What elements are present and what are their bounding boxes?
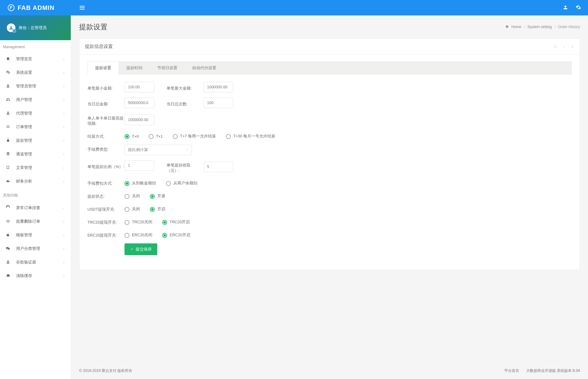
day-total-input[interactable] [125,98,154,108]
radio-label: 从商户余额扣 [173,181,197,186]
home-icon [6,57,11,62]
nav-heading: 其他功能 [0,188,71,201]
sidebar-item-users[interactable]: 用户管理 [0,93,71,107]
nav-label: 用户分类管理 [16,246,57,251]
radio-icon [150,194,155,199]
chart-icon [6,179,11,184]
erc20-option-1[interactable]: ERC20开启 [162,233,190,238]
max-amount-input[interactable] [204,82,233,92]
sidebar-item-lock[interactable]: 提款管理 [0,134,71,147]
min-amount-input[interactable] [125,82,154,92]
chevron-right-icon [63,111,65,116]
radio-label: TRC20关闭 [132,220,152,225]
chevron-right-icon [63,166,65,170]
trc20-option-0[interactable]: TRC20关闭 [125,220,152,225]
sidebar-item-wechat[interactable]: 用户分类管理 [0,242,71,255]
sidebar-item-book[interactable]: 文章管理 [0,161,71,175]
crumb-current: Order History [558,25,580,29]
expand-icon[interactable] [554,45,557,48]
radio-icon [166,181,171,186]
chevron-right-icon [63,57,65,61]
sidebar-item-burger[interactable]: 批量删除订单 [0,215,71,228]
day-total-label: 当日总金额: [87,99,125,107]
chevron-right-icon [63,260,65,265]
gear-icon[interactable] [576,5,581,11]
radio-icon [125,134,129,139]
settle-mode-label: 结算方式: [87,132,125,139]
page-title: 提款设置 [79,22,108,32]
withdraw-status-option-0[interactable]: 关闭 [125,194,140,199]
trc20-option-1[interactable]: TRC20开启 [162,220,190,225]
sidebar-item-userx[interactable]: 谷歌验证器 [0,255,71,269]
sidebar-item-list[interactable]: 订单管理 [0,120,71,134]
sidebar-item-home[interactable]: 管理首页 [0,52,71,66]
user-icon[interactable] [563,5,568,11]
main-content: 提款设置 Home › System setting › Order Histo… [71,0,588,379]
nav-label: 提款管理 [16,138,57,143]
role-text: 身份：总管理员 [19,25,47,31]
fee-deduct-option-1[interactable]: 从商户余额扣 [166,181,197,186]
radio-label: T+30 每月一号允许结算 [233,134,275,139]
fee-deduct-option-0[interactable]: 从到账金额扣 [125,181,156,186]
per-card-day-input[interactable] [125,115,154,125]
sidebar-item-cloud[interactable]: 清除缓存 [0,269,71,283]
sidebar-item-gear[interactable]: 系统设置 [0,66,71,79]
radio-icon [125,181,129,186]
radio-icon [162,233,167,238]
settle-mode-option-0[interactable]: T+0 [125,134,139,139]
tab-3[interactable]: 自动代付设置 [185,62,224,74]
tab-2[interactable]: 节假日设置 [150,62,185,74]
erc20-option-0[interactable]: ERC20关闭 [125,233,152,238]
radio-icon [226,134,231,139]
fee-type-select[interactable]: 按比例计算 [125,145,192,155]
ratio-input[interactable] [125,160,154,171]
settle-mode-option-3[interactable]: T+30 每月一号允许结算 [226,134,275,139]
chevron-up-icon[interactable] [562,45,566,48]
radio-icon [150,207,155,212]
tab-0[interactable]: 提款设置 [87,61,119,74]
chevron-right-icon [63,206,65,210]
verified-badge-icon: ✓ [12,29,16,33]
nav-label: 订单管理 [16,124,57,130]
chevron-down-icon [185,148,188,151]
footer-version: 大数据商业开源版 系统版本:6.04 [526,368,580,373]
fee-fixed-label: 单笔提款收取（元）: [167,160,204,173]
radio-icon [125,207,129,212]
footer: © 2018-2019 聚合支付 版权所有 平台首页 · 大数据商业开源版 系统… [71,362,588,379]
fee-deduct-label: 手续费扣方式: [87,179,125,186]
burger-icon [6,219,11,224]
crumb-system[interactable]: System setting [527,25,552,29]
sidebar-item-apple[interactable]: 模板管理 [0,228,71,242]
settle-mode-option-2[interactable]: T+7 每周一允许结算 [173,134,216,139]
avatar: ✓ [7,23,15,32]
radio-label: 关闭 [132,207,140,212]
fee-fixed-input[interactable] [204,162,233,172]
radio-label: ERC20关闭 [132,233,152,238]
close-icon[interactable] [571,45,574,48]
chevron-right-icon [63,219,65,224]
radio-label: T+7 每周一允许结算 [180,134,216,139]
brand-logo[interactable]: F FAB ADMIN [0,4,71,11]
day-count-input[interactable] [204,98,233,108]
sidebar-toggle[interactable] [80,6,85,10]
sidebar-item-bank[interactable]: 通道管理 [0,147,71,161]
sidebar-item-user[interactable]: 管理员管理 [0,79,71,93]
crumb-home[interactable]: Home [511,25,521,29]
radio-icon [162,220,167,225]
submit-button[interactable]: 提交保存 [125,243,157,255]
fee-type-label: 手续费类型: [87,145,125,152]
withdraw-status-option-1[interactable]: 开通 [150,194,165,199]
usdt-switch-option-0[interactable]: 关闭 [125,207,140,212]
settle-mode-option-1[interactable]: T+1 [149,134,163,139]
list-icon [6,124,11,130]
sidebar-item-user[interactable]: 代理管理 [0,107,71,120]
ratio-label: 单笔提款比例（%）: [87,162,125,170]
sidebar-item-chart[interactable]: 财务分析 [0,175,71,188]
footer-link-home[interactable]: 平台首页 [504,368,519,373]
sidebar-item-refresh[interactable]: 异常订单排查 [0,201,71,215]
brand-text: FAB ADMIN [18,4,54,11]
submit-label: 提交保存 [136,246,152,252]
usdt-switch-option-1[interactable]: 开启 [150,207,165,212]
nav-label: 财务分析 [16,179,57,184]
tab-1[interactable]: 提款时间 [119,62,150,74]
